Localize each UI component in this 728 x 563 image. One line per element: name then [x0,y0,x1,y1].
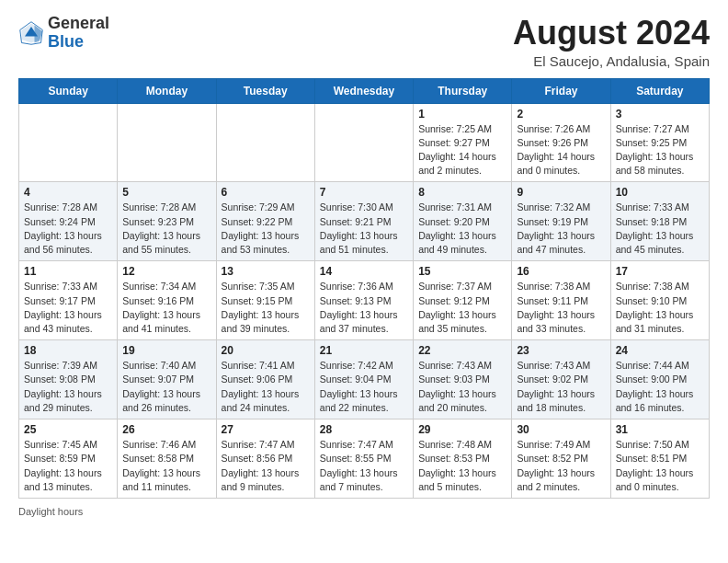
calendar-cell: 6Sunrise: 7:29 AMSunset: 9:22 PMDaylight… [216,182,314,261]
day-info: Sunrise: 7:42 AMSunset: 9:04 PMDaylight:… [320,359,408,415]
day-info: Sunrise: 7:25 AMSunset: 9:27 PMDaylight:… [418,122,506,178]
day-info: Sunrise: 7:43 AMSunset: 9:03 PMDaylight:… [418,359,506,415]
day-number: 22 [418,344,506,357]
calendar-cell: 7Sunrise: 7:30 AMSunset: 9:21 PMDaylight… [314,182,413,261]
calendar-week-row-1: 1Sunrise: 7:25 AMSunset: 9:27 PMDaylight… [19,103,710,182]
weekday-header-monday: Monday [118,78,216,103]
weekday-header-sunday: Sunday [19,78,118,103]
day-info: Sunrise: 7:32 AMSunset: 9:19 PMDaylight:… [517,201,605,257]
calendar-cell [118,103,216,182]
day-info: Sunrise: 7:50 AMSunset: 8:51 PMDaylight:… [616,438,704,494]
day-number: 2 [517,108,605,121]
day-number: 7 [320,186,408,199]
day-number: 28 [320,423,408,436]
calendar-cell: 19Sunrise: 7:40 AMSunset: 9:07 PMDayligh… [118,340,216,419]
day-number: 30 [517,423,605,436]
day-number: 21 [320,344,408,357]
day-number: 23 [517,344,605,357]
day-number: 31 [616,423,704,436]
calendar-cell: 28Sunrise: 7:47 AMSunset: 8:55 PMDayligh… [314,419,413,499]
calendar-cell: 8Sunrise: 7:31 AMSunset: 9:20 PMDaylight… [414,182,512,261]
calendar-cell: 12Sunrise: 7:34 AMSunset: 9:16 PMDayligh… [118,261,216,340]
day-number: 15 [418,265,506,278]
calendar-cell: 21Sunrise: 7:42 AMSunset: 9:04 PMDayligh… [314,340,413,419]
day-info: Sunrise: 7:41 AMSunset: 9:06 PMDaylight:… [222,359,310,415]
calendar-cell: 16Sunrise: 7:38 AMSunset: 9:11 PMDayligh… [512,261,610,340]
day-number: 16 [517,265,605,278]
day-info: Sunrise: 7:31 AMSunset: 9:20 PMDaylight:… [418,201,506,257]
weekday-header-wednesday: Wednesday [314,78,413,103]
calendar-cell: 13Sunrise: 7:35 AMSunset: 9:15 PMDayligh… [216,261,314,340]
calendar-cell: 3Sunrise: 7:27 AMSunset: 9:25 PMDaylight… [610,103,709,182]
calendar-cell: 29Sunrise: 7:48 AMSunset: 8:53 PMDayligh… [414,419,512,499]
day-info: Sunrise: 7:29 AMSunset: 9:22 PMDaylight:… [222,201,310,257]
day-number: 24 [616,344,704,357]
calendar-cell: 24Sunrise: 7:44 AMSunset: 9:00 PMDayligh… [610,340,709,419]
calendar-cell: 23Sunrise: 7:43 AMSunset: 9:02 PMDayligh… [512,340,610,419]
logo-general: General [48,14,109,32]
day-number: 10 [616,186,704,199]
footer: Daylight hours [18,506,710,517]
day-info: Sunrise: 7:45 AMSunset: 8:59 PMDaylight:… [24,438,112,494]
month-title: August 2024 [513,15,710,52]
day-info: Sunrise: 7:30 AMSunset: 9:21 PMDaylight:… [320,201,408,257]
day-info: Sunrise: 7:40 AMSunset: 9:07 PMDaylight:… [122,359,210,415]
calendar-cell: 17Sunrise: 7:38 AMSunset: 9:10 PMDayligh… [610,261,709,340]
header: General Blue August 2024 El Saucejo, And… [18,15,710,69]
calendar-week-row-4: 18Sunrise: 7:39 AMSunset: 9:08 PMDayligh… [19,340,710,419]
calendar-cell: 11Sunrise: 7:33 AMSunset: 9:17 PMDayligh… [19,261,118,340]
day-info: Sunrise: 7:39 AMSunset: 9:08 PMDaylight:… [24,359,112,415]
day-info: Sunrise: 7:26 AMSunset: 9:26 PMDaylight:… [517,122,605,178]
day-info: Sunrise: 7:28 AMSunset: 9:24 PMDaylight:… [24,201,112,257]
day-number: 3 [616,108,704,121]
weekday-header-saturday: Saturday [610,78,709,103]
logo-text-block: General Blue [48,15,109,52]
calendar-cell: 10Sunrise: 7:33 AMSunset: 9:18 PMDayligh… [610,182,709,261]
day-info: Sunrise: 7:49 AMSunset: 8:52 PMDaylight:… [517,438,605,494]
day-number: 6 [222,186,310,199]
page: General Blue August 2024 El Saucejo, And… [0,0,728,563]
calendar-cell: 25Sunrise: 7:45 AMSunset: 8:59 PMDayligh… [19,419,118,499]
day-number: 29 [418,423,506,436]
day-number: 17 [616,265,704,278]
calendar-week-row-3: 11Sunrise: 7:33 AMSunset: 9:17 PMDayligh… [19,261,710,340]
calendar-cell: 2Sunrise: 7:26 AMSunset: 9:26 PMDaylight… [512,103,610,182]
day-info: Sunrise: 7:35 AMSunset: 9:15 PMDaylight:… [222,280,310,336]
calendar-cell [216,103,314,182]
day-info: Sunrise: 7:43 AMSunset: 9:02 PMDaylight:… [517,359,605,415]
day-number: 27 [222,423,310,436]
calendar-week-row-2: 4Sunrise: 7:28 AMSunset: 9:24 PMDaylight… [19,182,710,261]
title-block: August 2024 El Saucejo, Andalusia, Spain [513,15,710,69]
weekday-header-row: SundayMondayTuesdayWednesdayThursdayFrid… [19,78,710,103]
day-info: Sunrise: 7:27 AMSunset: 9:25 PMDaylight:… [616,122,704,178]
day-info: Sunrise: 7:46 AMSunset: 8:58 PMDaylight:… [122,438,210,494]
day-info: Sunrise: 7:34 AMSunset: 9:16 PMDaylight:… [122,280,210,336]
day-number: 13 [222,265,310,278]
calendar-cell: 4Sunrise: 7:28 AMSunset: 9:24 PMDaylight… [19,182,118,261]
day-number: 8 [418,186,506,199]
day-number: 11 [24,265,112,278]
calendar-cell: 30Sunrise: 7:49 AMSunset: 8:52 PMDayligh… [512,419,610,499]
day-info: Sunrise: 7:36 AMSunset: 9:13 PMDaylight:… [320,280,408,336]
calendar-cell: 15Sunrise: 7:37 AMSunset: 9:12 PMDayligh… [414,261,512,340]
calendar-cell: 27Sunrise: 7:47 AMSunset: 8:56 PMDayligh… [216,419,314,499]
logo: General Blue [18,15,109,52]
day-number: 1 [418,108,506,121]
calendar-cell [19,103,118,182]
weekday-header-thursday: Thursday [414,78,512,103]
calendar-cell: 9Sunrise: 7:32 AMSunset: 9:19 PMDaylight… [512,182,610,261]
weekday-header-tuesday: Tuesday [216,78,314,103]
calendar-table: SundayMondayTuesdayWednesdayThursdayFrid… [18,78,710,499]
day-number: 25 [24,423,112,436]
day-info: Sunrise: 7:48 AMSunset: 8:53 PMDaylight:… [418,438,506,494]
day-number: 9 [517,186,605,199]
calendar-week-row-5: 25Sunrise: 7:45 AMSunset: 8:59 PMDayligh… [19,419,710,499]
day-info: Sunrise: 7:38 AMSunset: 9:10 PMDaylight:… [616,280,704,336]
calendar-cell: 26Sunrise: 7:46 AMSunset: 8:58 PMDayligh… [118,419,216,499]
calendar-cell: 22Sunrise: 7:43 AMSunset: 9:03 PMDayligh… [414,340,512,419]
calendar-cell [314,103,413,182]
day-number: 19 [122,344,210,357]
day-info: Sunrise: 7:44 AMSunset: 9:00 PMDaylight:… [616,359,704,415]
calendar-cell: 18Sunrise: 7:39 AMSunset: 9:08 PMDayligh… [19,340,118,419]
logo-icon [18,20,44,46]
